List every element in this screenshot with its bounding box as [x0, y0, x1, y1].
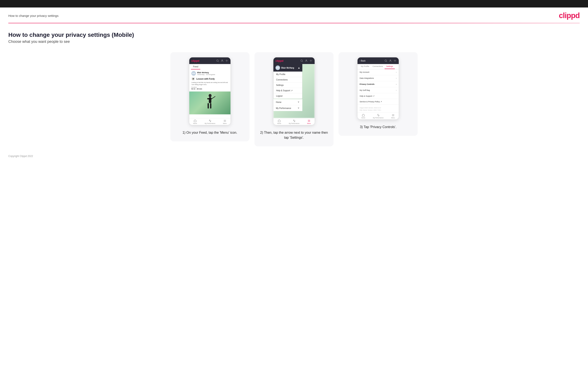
header: How to change your privacy settings clip… [0, 8, 588, 23]
bottom-menu[interactable]: Menu [223, 119, 227, 124]
feed-tab: Feed [191, 64, 200, 69]
top-bar [0, 0, 588, 8]
user-icon [221, 59, 224, 62]
logo: clippd [559, 11, 580, 20]
settings-icon-2 [309, 59, 312, 62]
settings-item-data[interactable]: Data Integrations › [357, 75, 399, 81]
svg-point-13 [301, 60, 302, 61]
phone-2-nav: clippd [273, 57, 315, 64]
tab-settings[interactable]: Settings [385, 64, 395, 69]
back-button[interactable]: ‹ Back [360, 60, 366, 62]
settings-item-golf-bag-label: My Golf Bag [360, 89, 370, 91]
chevron-up-icon: ▲ [298, 66, 300, 69]
settings-item-account[interactable]: My Account › [357, 69, 399, 75]
phone-1-nav: clippd [189, 57, 231, 64]
phone-2-bottom: Home My Performance Menu [273, 118, 315, 125]
chevron-down-icon-2: ▼ [297, 107, 300, 109]
svg-rect-8 [210, 103, 211, 108]
menu-nav-performance-label: My Performance [276, 107, 291, 109]
step-2-desc: 2) Then, tap the arrow next to your name… [259, 130, 329, 140]
chevron-right-icon-2: › [396, 77, 397, 79]
steps-container: clippd Feed [8, 52, 580, 146]
svg-point-16 [311, 60, 311, 61]
svg-line-9 [212, 96, 215, 99]
phone-2-body: BM Blair McHarg ▲ My Profile Connections… [273, 64, 315, 118]
phone-1-logo: clippd [191, 59, 199, 62]
svg-rect-6 [207, 98, 212, 99]
feed-user-name: Blair McHarg [197, 72, 215, 74]
bottom-performance-2: My Performance [289, 119, 299, 124]
bottom-menu-3[interactable]: Menu [391, 114, 395, 118]
settings-version: Clippd Client Version: 2022.8.3-3 GQL Se… [357, 105, 399, 112]
svg-line-21 [386, 61, 387, 62]
settings-list: My Account › Data Integrations › Privacy… [357, 69, 399, 105]
lesson-row: 🎓 Lesson with Fordy [191, 77, 228, 81]
svg-point-2 [222, 60, 223, 61]
search-icon-2 [300, 59, 303, 62]
settings-item-help-label: Help & Support ↗ [360, 95, 375, 97]
settings-item-privacy-label: Privacy Controls [360, 83, 375, 85]
main-content: How to change your privacy settings (Mob… [0, 23, 588, 150]
bottom-performance-label-2: My Performance [289, 123, 299, 124]
bottom-home-label-2: Home [277, 123, 281, 124]
version-gql: GQL Server Version: 2022.7.30-1 [360, 109, 397, 111]
bottom-home: Home [193, 119, 197, 124]
phone-2-logo: clippd [276, 59, 283, 62]
svg-point-4 [209, 94, 212, 97]
svg-point-15 [306, 60, 307, 61]
tab-connections[interactable]: Connections [371, 64, 385, 69]
menu-item-help[interactable]: Help & Support ↗ [274, 88, 302, 93]
step-1-phone: clippd Feed [189, 57, 231, 125]
bottom-performance: My Performance [205, 119, 215, 124]
step-2-card: clippd [254, 52, 334, 146]
menu-dropdown: My Profile Connections Settings Help & S… [273, 72, 302, 99]
menu-nav-home-label: Home [276, 101, 282, 103]
settings-item-data-label: Data Integrations [360, 77, 374, 79]
phone-2-icons [300, 59, 312, 62]
svg-point-20 [385, 60, 386, 61]
bottom-performance-3: My Performance [373, 114, 383, 118]
feed-user-info: Blair McHarg Yesterday · Sunningdale [197, 72, 215, 75]
settings-item-service[interactable]: Service & Privacy Policy ↗ [357, 99, 399, 105]
tab-my-profile[interactable]: My Profile [359, 64, 371, 69]
bottom-menu-label-2: Menu [307, 123, 311, 124]
bottom-home-label-3: Home [361, 117, 365, 118]
svg-point-22 [390, 60, 391, 61]
menu-avatar: BM [276, 66, 280, 70]
copyright: Copyright Clippd 2022 [8, 155, 33, 158]
bottom-menu-2[interactable]: Menu [307, 119, 311, 124]
svg-rect-7 [208, 103, 209, 108]
menu-nav-performance[interactable]: My Performance ▼ [273, 105, 302, 111]
menu-item-connections[interactable]: Connections [274, 77, 302, 83]
feed-post: BM Blair McHarg Yesterday · Sunningdale … [189, 69, 231, 92]
menu-nav-items: Home ▼ My Performance ▼ [273, 99, 302, 111]
bottom-home-3: Home [361, 114, 365, 118]
feed-user: BM Blair McHarg Yesterday · Sunningdale [191, 71, 228, 76]
page-subheading: Choose what you want people to see [8, 40, 580, 44]
settings-icon [225, 59, 228, 62]
menu-nav-home[interactable]: Home ▼ [273, 99, 302, 105]
bottom-home-2: Home [277, 119, 281, 124]
settings-item-privacy[interactable]: Privacy Controls › [357, 81, 399, 87]
footer: Copyright Clippd 2022 [0, 150, 588, 164]
settings-icon-3 [393, 59, 397, 62]
lesson-title: Lesson with Fordy [196, 78, 215, 80]
menu-item-profile[interactable]: My Profile [274, 72, 302, 77]
settings-item-golf-bag[interactable]: My Golf Bag › [357, 87, 399, 93]
golf-image [189, 92, 231, 114]
step-2-phone: clippd [273, 57, 315, 125]
back-chevron-icon: ‹ [360, 60, 360, 62]
menu-item-settings[interactable]: Settings [274, 83, 302, 88]
bottom-menu-label-3: Menu [391, 117, 395, 118]
settings-item-help[interactable]: Help & Support ↗ [357, 93, 399, 99]
bottom-home-label: Home [193, 123, 197, 124]
user-icon-2 [305, 59, 308, 62]
menu-item-logout[interactable]: Logout [274, 93, 302, 99]
chevron-right-icon-3: › [396, 83, 397, 85]
step2-menu: BM Blair McHarg ▲ My Profile Connections… [273, 64, 302, 111]
step-1-desc: 1) On your Feed, tap the 'Menu' icon. [182, 130, 237, 135]
phone-1-body: Feed BM Blair McHarg Yesterday · Sunning… [189, 64, 231, 118]
lesson-desc: Looking to feel like my hands are exitin… [191, 82, 228, 86]
svg-point-23 [395, 60, 395, 61]
avatar: BM [191, 71, 196, 76]
